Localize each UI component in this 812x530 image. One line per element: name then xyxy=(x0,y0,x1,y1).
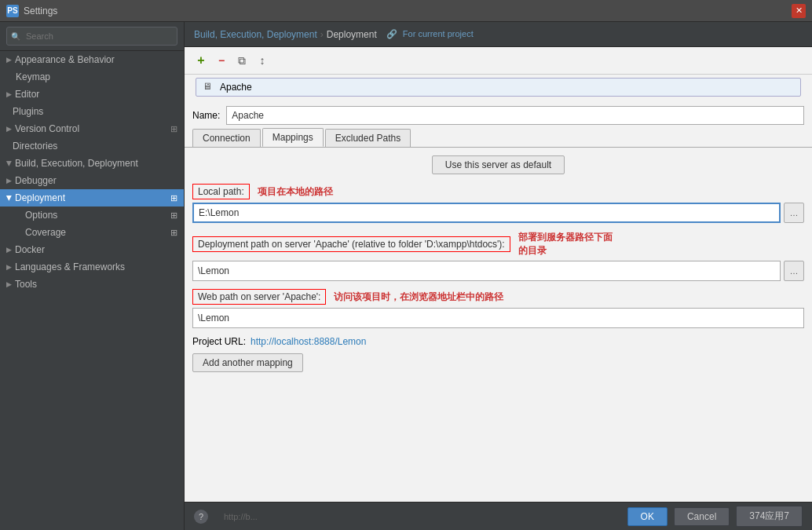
web-path-label: Web path on server 'Apache': xyxy=(192,289,326,305)
sidebar-item-debugger[interactable]: ▶ Debugger xyxy=(0,172,184,189)
sidebar-item-label: Build, Execution, Deployment xyxy=(15,158,138,169)
sidebar-item-label: Deployment xyxy=(15,192,65,203)
arrow-icon: ▶ xyxy=(6,263,12,271)
sidebar-item-directories[interactable]: Directories xyxy=(0,137,184,155)
local-path-input[interactable] xyxy=(192,203,781,223)
remove-server-button[interactable]: − xyxy=(213,52,230,69)
local-path-annotation: 项目在本地的路径 xyxy=(258,185,333,199)
arrow-icon: ▶ xyxy=(6,280,12,288)
sidebar-item-label: Plugins xyxy=(13,106,43,117)
web-path-input-row xyxy=(192,308,804,328)
sidebar-item-appearance[interactable]: ▶ Appearance & Behavior xyxy=(0,51,184,68)
deployment-path-section: Deployment path on server 'Apache' (rela… xyxy=(192,231,804,281)
arrow-icon: ▶ xyxy=(6,246,12,254)
nav-group: ▶ Appearance & Behavior Keymap ▶ Editor … xyxy=(0,51,184,293)
app-icon: PS xyxy=(6,5,19,17)
sidebar-item-label: Directories xyxy=(13,141,57,152)
sidebar-item-languages-frameworks[interactable]: ▶ Languages & Frameworks xyxy=(0,258,184,276)
name-input[interactable] xyxy=(226,106,804,125)
local-path-section: Local path: 项目在本地的路径 … xyxy=(192,184,804,223)
tabs-bar: Connection Mappings Excluded Paths xyxy=(185,128,812,148)
main-content: 🔍 ▶ Appearance & Behavior Keymap ▶ Edito… xyxy=(0,22,812,530)
tab-connection[interactable]: Connection xyxy=(192,129,261,147)
sidebar-item-plugins[interactable]: Plugins xyxy=(0,103,184,120)
search-input[interactable] xyxy=(6,27,177,46)
add-server-button[interactable]: + xyxy=(192,52,210,69)
sidebar-item-options[interactable]: Options ⊞ xyxy=(0,207,184,224)
vc-icon: ⊞ xyxy=(170,124,177,134)
server-item-apache[interactable]: 🖥 Apache xyxy=(196,78,801,97)
local-path-label-row: Local path: 项目在本地的路径 xyxy=(192,184,804,199)
help-icon[interactable]: ? xyxy=(194,510,208,524)
breadcrumb-separator: › xyxy=(320,29,324,40)
web-path-input[interactable] xyxy=(192,308,804,328)
arrow-icon: ▶ xyxy=(6,90,12,98)
sidebar-item-label: Version Control xyxy=(15,123,79,134)
sidebar-item-version-control[interactable]: ▶ Version Control ⊞ xyxy=(0,120,184,137)
sidebar-item-label: Coverage xyxy=(25,227,66,238)
coverage-icon: ⊞ xyxy=(170,228,177,238)
deploy-toolbar: + − ⧉ ↕ xyxy=(185,47,812,75)
breadcrumb-suffix: 🔗 For current project xyxy=(386,29,474,39)
chain-icon: 🔗 xyxy=(386,29,397,38)
deployment-path-input[interactable] xyxy=(192,261,781,281)
add-mapping-button[interactable]: Add another mapping xyxy=(192,353,303,372)
tab-mappings[interactable]: Mappings xyxy=(262,128,324,147)
sidebar-item-build-execution[interactable]: ▶ Build, Execution, Deployment xyxy=(0,155,184,172)
apply-button[interactable]: 374应用7 xyxy=(736,506,803,527)
sidebar-item-coverage[interactable]: Coverage ⊞ xyxy=(0,224,184,241)
arrow-icon: ▶ xyxy=(5,196,13,201)
copy-server-button[interactable]: ⧉ xyxy=(233,52,251,69)
deployment-path-label-row: Deployment path on server 'Apache' (rela… xyxy=(192,231,804,258)
watermark-text: http://b... xyxy=(218,512,621,521)
breadcrumb-current: Deployment xyxy=(327,29,377,40)
sidebar-item-tools[interactable]: ▶ Tools xyxy=(0,276,184,293)
sidebar-item-label: Editor xyxy=(15,89,39,100)
deployment-annotation-line2: 的目录 xyxy=(518,244,613,258)
cancel-button[interactable]: Cancel xyxy=(674,507,730,526)
settings-window: PS Settings ✕ 🔍 ▶ Appearance & Behavior … xyxy=(0,0,812,530)
name-row: Name: xyxy=(185,100,812,128)
sidebar-item-docker[interactable]: ▶ Docker xyxy=(0,241,184,258)
sidebar-item-keymap[interactable]: Keymap xyxy=(0,68,184,86)
sidebar-item-label: Tools xyxy=(15,279,37,290)
sidebar-item-label: Keymap xyxy=(16,71,50,82)
local-path-browse-button[interactable]: … xyxy=(784,203,804,223)
sidebar-item-editor[interactable]: ▶ Editor xyxy=(0,86,184,103)
deployment-icon: ⊞ xyxy=(170,193,177,203)
project-url-label: Project URL: xyxy=(192,336,246,347)
deployment-path-label: Deployment path on server 'Apache' (rela… xyxy=(192,236,510,252)
sidebar-item-label: Docker xyxy=(15,244,45,255)
close-button[interactable]: ✕ xyxy=(792,4,806,18)
server-name: Apache xyxy=(220,82,252,93)
web-path-section: Web path on server 'Apache': 访问该项目时，在浏览器… xyxy=(192,289,804,328)
search-icon: 🔍 xyxy=(11,32,20,41)
deployment-path-input-row: … xyxy=(192,261,804,281)
sidebar-item-deployment[interactable]: ▶ Deployment ⊞ xyxy=(0,189,184,207)
arrow-icon: ▶ xyxy=(6,56,12,64)
tab-excluded-paths[interactable]: Excluded Paths xyxy=(325,129,411,147)
deployment-annotation-line1: 部署到服务器路径下面 xyxy=(518,231,613,244)
sidebar-item-label: Options xyxy=(25,210,57,221)
sidebar-item-label: Debugger xyxy=(15,175,57,186)
title-bar-left: PS Settings xyxy=(6,5,57,17)
window-title: Settings xyxy=(24,5,57,16)
use-server-default-button[interactable]: Use this server as default xyxy=(432,155,565,174)
move-server-button[interactable]: ↕ xyxy=(254,52,271,69)
name-label: Name: xyxy=(192,110,220,121)
sidebar-item-label: Appearance & Behavior xyxy=(15,54,115,65)
options-icon: ⊞ xyxy=(170,210,177,221)
tab-content-mappings: Use this server as default Local path: 项… xyxy=(185,148,812,502)
web-path-label-row: Web path on server 'Apache': 访问该项目时，在浏览器… xyxy=(192,289,804,305)
ok-button[interactable]: OK xyxy=(627,507,668,526)
search-wrapper: 🔍 xyxy=(6,27,177,46)
deployment-path-browse-button[interactable]: … xyxy=(784,261,804,281)
project-url-link[interactable]: http://localhost:8888/Lemon xyxy=(251,336,366,347)
help-icon-wrapper[interactable]: ? xyxy=(194,510,208,524)
arrow-icon: ▶ xyxy=(5,161,13,166)
bottom-bar: ? http://b... OK Cancel 374应用7 xyxy=(185,502,812,530)
project-url-row: Project URL: http://localhost:8888/Lemon xyxy=(192,336,804,347)
search-box: 🔍 xyxy=(0,22,184,51)
arrow-icon: ▶ xyxy=(6,177,12,185)
local-path-input-row: … xyxy=(192,203,804,223)
